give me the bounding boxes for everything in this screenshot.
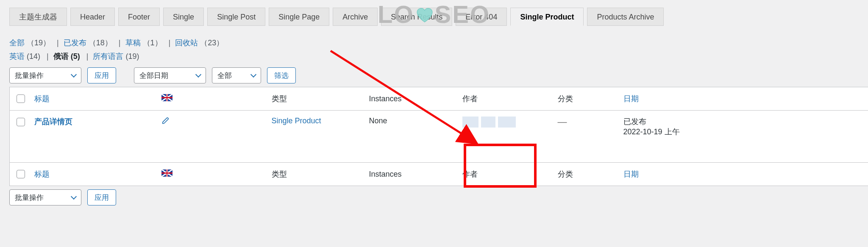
column-header-author: 作者 bbox=[457, 87, 553, 111]
lang-filter-ru[interactable]: 俄语 (5) bbox=[53, 52, 82, 61]
column-header-title[interactable]: 标题 bbox=[34, 94, 50, 103]
row-type-link[interactable]: Single Product bbox=[272, 117, 321, 125]
tab-主题生成器[interactable]: 主题生成器 bbox=[9, 8, 67, 26]
column-footer-title[interactable]: 标题 bbox=[34, 170, 50, 178]
uk-flag-icon bbox=[161, 94, 172, 101]
column-header-type: 类型 bbox=[267, 87, 364, 111]
bulk-apply-button[interactable]: 应用 bbox=[87, 67, 116, 83]
filter-button[interactable]: 筛选 bbox=[267, 67, 296, 83]
tab-search-results[interactable]: Search Results bbox=[381, 8, 452, 26]
tab-single[interactable]: Single bbox=[163, 8, 204, 26]
row-title-link[interactable]: 产品详情页 bbox=[34, 117, 72, 126]
templates-table: 标题 类型 Instances 作者 分类 日期 产品详情页 Single Pr… bbox=[9, 87, 868, 186]
row-date: 已发布 2022-10-19 上午 bbox=[618, 111, 868, 163]
tab-single-page[interactable]: Single Page bbox=[269, 8, 329, 26]
status-filter-trash[interactable]: 回收站 bbox=[175, 39, 198, 47]
tab-products-archive[interactable]: Products Archive bbox=[587, 8, 664, 26]
table-row: 产品详情页 Single Product None — 已发布 2022-10-… bbox=[10, 111, 868, 163]
column-header-instances: Instances bbox=[364, 87, 457, 111]
language-filter-row: 英语 (14) | 俄语 (5) | 所有语言 (19) bbox=[9, 51, 868, 61]
column-footer-date[interactable]: 日期 bbox=[623, 170, 639, 178]
status-filter-all[interactable]: 全部 bbox=[9, 39, 25, 47]
tab-header[interactable]: Header bbox=[70, 8, 115, 26]
row-checkbox[interactable] bbox=[17, 118, 25, 126]
column-header-date[interactable]: 日期 bbox=[623, 94, 639, 103]
tablenav-bottom: 批量操作 应用 bbox=[9, 189, 868, 205]
tabs-nav: 主题生成器HeaderFooterSingleSingle PostSingle… bbox=[9, 8, 868, 26]
tab-archive[interactable]: Archive bbox=[333, 8, 378, 26]
column-footer-instances: Instances bbox=[364, 163, 457, 186]
column-header-category: 分类 bbox=[553, 87, 618, 111]
tab-single-post[interactable]: Single Post bbox=[207, 8, 265, 26]
row-category: — bbox=[558, 117, 567, 127]
status-filter-row: 全部 （19） | 已发布 （18） | 草稿 （1） | 回收站 （23） bbox=[9, 38, 868, 48]
row-instances: None bbox=[364, 111, 457, 163]
select-all-top-checkbox[interactable] bbox=[17, 94, 25, 103]
status-filter-draft[interactable]: 草稿 bbox=[125, 39, 141, 47]
bulk-action-select[interactable]: 批量操作 bbox=[9, 67, 81, 83]
bulk-action-select-bottom[interactable]: 批量操作 bbox=[9, 189, 81, 205]
select-all-bottom-checkbox[interactable] bbox=[17, 170, 25, 178]
tablenav-top: 批量操作 应用 全部日期 全部 筛选 bbox=[9, 67, 868, 83]
date-filter-select[interactable]: 全部日期 bbox=[134, 67, 206, 83]
category-filter-select[interactable]: 全部 bbox=[212, 67, 261, 83]
bulk-apply-button-bottom[interactable]: 应用 bbox=[87, 189, 116, 205]
column-footer-category: 分类 bbox=[553, 163, 618, 186]
column-footer-author: 作者 bbox=[457, 163, 553, 186]
row-author bbox=[457, 111, 553, 163]
lang-filter-all[interactable]: 所有语言 bbox=[93, 52, 123, 61]
pencil-icon[interactable] bbox=[161, 117, 170, 125]
lang-filter-en[interactable]: 英语 bbox=[9, 52, 25, 61]
tab-error-404[interactable]: Error 404 bbox=[456, 8, 507, 26]
tab-single-product[interactable]: Single Product bbox=[510, 8, 584, 26]
tab-footer[interactable]: Footer bbox=[118, 8, 160, 26]
redacted-author bbox=[462, 117, 516, 128]
status-filter-published[interactable]: 已发布 bbox=[64, 39, 86, 47]
column-footer-type: 类型 bbox=[267, 163, 364, 186]
uk-flag-icon bbox=[161, 169, 172, 177]
